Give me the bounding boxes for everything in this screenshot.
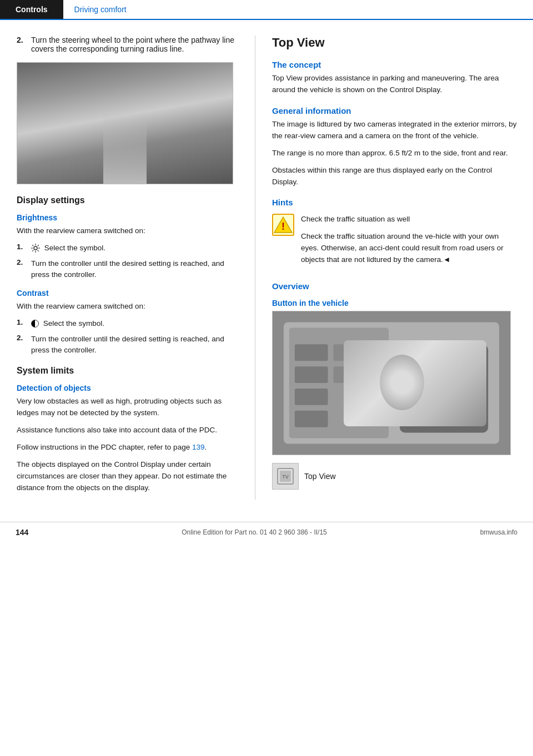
driving-comfort-label: Driving comfort <box>74 5 127 14</box>
concept-title: The concept <box>272 60 517 69</box>
page-footer: 144 Online Edition for Part no. 01 40 2 … <box>0 522 533 542</box>
topview-caption-text: Top View <box>304 472 336 481</box>
hint-box: ! Check the traffic situation as well Ch… <box>272 214 517 271</box>
warning-icon: ! <box>272 214 294 236</box>
brightness-step-1: 1. Select the symbol. <box>17 243 239 254</box>
svg-rect-24 <box>333 344 378 361</box>
contrast-step-1: 1. Select the symbol. <box>17 318 239 329</box>
car-button-image <box>272 311 511 455</box>
svg-point-15 <box>416 361 472 416</box>
footer-right: bmwusa.info <box>480 528 517 536</box>
svg-point-17 <box>436 380 452 397</box>
main-content: 2. Turn the steering wheel to the point … <box>0 20 533 511</box>
detection-para-1: Very low obstacles as well as high, prot… <box>17 396 239 419</box>
general-info-para-1: The image is lidtured by two cameras int… <box>272 119 517 142</box>
svg-rect-14 <box>400 344 488 432</box>
svg-rect-25 <box>333 366 378 383</box>
step-text: Turn the steering wheel to the point whe… <box>31 36 239 53</box>
step-num-1: 1. <box>17 243 27 251</box>
contrast-step-1-text: Select the symbol. <box>31 318 104 329</box>
header-driving-comfort-tab[interactable]: Driving comfort <box>63 0 138 19</box>
svg-rect-22 <box>295 389 328 405</box>
step-number: 2. <box>17 36 27 53</box>
page-header: Controls Driving comfort <box>0 0 533 20</box>
contrast-title: Contrast <box>17 289 239 298</box>
svg-text:!: ! <box>281 221 285 232</box>
hint-line-2: Check the traffic situation around the v… <box>301 231 517 266</box>
system-limits-title: System limits <box>17 366 239 376</box>
display-settings-title: Display settings <box>17 195 239 205</box>
concept-text: Top View provides assistance in parking … <box>272 73 517 96</box>
svg-line-6 <box>38 250 39 251</box>
hint-text-block: Check the traffic situation as well Chec… <box>301 214 517 271</box>
contrast-step-num-1: 1. <box>17 318 27 326</box>
detection-para-3: Follow instructions in the PDC chapter, … <box>17 442 239 453</box>
controls-label: Controls <box>16 5 48 14</box>
detection-para-4: The objects displayed on the Control Dis… <box>17 459 239 494</box>
road-photo <box>17 63 233 184</box>
brightness-step-2: 2. Turn the controller until the desired… <box>17 258 239 281</box>
step-num-2: 2. <box>17 258 27 266</box>
detection-title: Detection of objects <box>17 384 239 392</box>
footer-center: Online Edition for Part no. 01 40 2 960 … <box>182 528 327 536</box>
brightness-intro: With the rearview camera switched on: <box>17 225 239 237</box>
hint-line-1: Check the traffic situation as well <box>301 214 517 225</box>
overview-title: Overview <box>272 281 517 291</box>
contrast-icon <box>31 320 39 327</box>
button-in-vehicle-title: Button in the vehicle <box>272 299 517 308</box>
brightness-title: Brightness <box>17 213 239 222</box>
topview-caption-row: TV Top View <box>272 463 517 490</box>
svg-point-0 <box>34 246 37 250</box>
right-column: Top View The concept Top View provides a… <box>255 36 533 500</box>
svg-line-5 <box>32 245 33 246</box>
svg-rect-19 <box>439 350 466 365</box>
svg-rect-23 <box>295 411 328 427</box>
general-info-para-2: The range is no more than approx. 6.5 ft… <box>272 148 517 159</box>
intro-step-2: 2. Turn the steering wheel to the point … <box>17 36 239 53</box>
brightness-step-1-text: Select the symbol. <box>31 243 105 254</box>
car-interior-svg <box>273 311 510 455</box>
hints-title: Hints <box>272 198 517 207</box>
top-view-title: Top View <box>272 36 517 50</box>
contrast-step-2-text: Turn the controller until the desired se… <box>31 334 239 356</box>
page-number: 144 <box>16 528 28 537</box>
warning-triangle: ! <box>273 215 293 235</box>
contrast-step-2: 2. Turn the controller until the desired… <box>17 334 239 356</box>
brightness-step-2-text: Turn the controller until the desired se… <box>31 258 239 281</box>
brightness-steps: 1. Select the symbol. <box>17 243 239 281</box>
svg-text:TV: TV <box>282 474 289 480</box>
contrast-intro: With the rearview camera switched on: <box>17 301 239 313</box>
contrast-steps: 1. Select the symbol. 2. Turn the contro… <box>17 318 239 356</box>
svg-line-8 <box>32 250 33 251</box>
svg-line-7 <box>38 245 39 246</box>
topview-icon-svg: TV <box>274 465 296 487</box>
road-image <box>17 62 233 184</box>
svg-point-16 <box>425 369 464 408</box>
svg-rect-18 <box>405 350 433 365</box>
general-info-para-3: Obstacles within this range are thus dis… <box>272 165 517 188</box>
header-controls-tab[interactable]: Controls <box>0 0 63 19</box>
general-info-title: General information <box>272 106 517 115</box>
left-column: 2. Turn the steering wheel to the point … <box>0 36 255 500</box>
sun-icon <box>31 244 40 253</box>
topview-icon: TV <box>272 463 299 490</box>
detection-para-2: Assistance functions also take into acco… <box>17 425 239 436</box>
page-link-139[interactable]: 139 <box>192 443 205 451</box>
svg-rect-21 <box>295 366 328 383</box>
contrast-step-num-2: 2. <box>17 334 27 342</box>
svg-rect-20 <box>295 344 328 361</box>
